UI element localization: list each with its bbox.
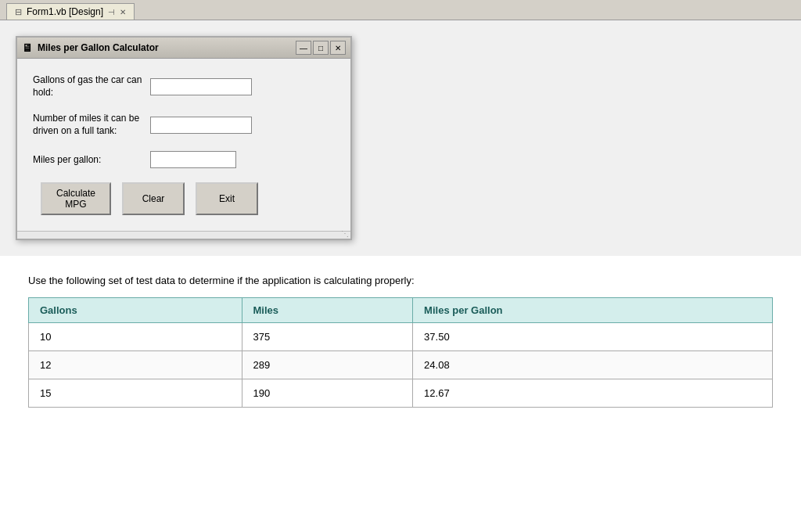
row2-mpg: 24.08 [413, 351, 773, 379]
mpg-field-row: Miles per gallon: [33, 151, 335, 168]
page-content: Use the following set of test data to de… [0, 256, 801, 426]
tab-pin-icon[interactable]: ⊣ [108, 8, 115, 16]
miles-input[interactable] [150, 117, 252, 134]
miles-field-row: Number of miles it can be driven on a fu… [33, 113, 335, 137]
clear-button[interactable]: Clear [122, 182, 185, 215]
col-miles-header: Miles [242, 298, 413, 323]
form-title-text: Miles per Gallon Calculator [38, 42, 159, 53]
form-buttons: Calculate MPG Clear Exit [33, 182, 335, 215]
miles-label: Number of miles it can be driven on a fu… [33, 113, 142, 137]
row3-gallons: 15 [29, 379, 242, 408]
gallons-field-row: Gallons of gas the car can hold: [33, 74, 335, 99]
row1-mpg: 37.50 [413, 323, 773, 351]
table-row: 15 190 12.67 [29, 379, 773, 408]
form-designer-window: 🖥 Miles per Gallon Calculator — □ ✕ Gall… [16, 36, 352, 240]
form-bottom-bar: ⋱ [17, 231, 350, 239]
form-body: Gallons of gas the car can hold: Number … [17, 59, 350, 231]
ide-design-area: 🖥 Miles per Gallon Calculator — □ ✕ Gall… [0, 20, 801, 256]
calculate-mpg-button[interactable]: Calculate MPG [41, 182, 111, 215]
mpg-label: Miles per gallon: [33, 154, 142, 167]
ide-tab-bar: ⊟ Form1.vb [Design] ⊣ ✕ [0, 0, 801, 20]
gallons-input[interactable] [150, 78, 252, 95]
table-row: 12 289 24.08 [29, 351, 773, 379]
description-text: Use the following set of test data to de… [28, 275, 773, 286]
table-body: 10 375 37.50 12 289 24.08 15 190 12.67 [29, 323, 773, 408]
tab-file-icon: ⊟ [15, 7, 22, 17]
row1-miles: 375 [242, 323, 413, 351]
tab-label: Form1.vb [Design] [27, 6, 103, 17]
form-title-controls: — □ ✕ [296, 41, 346, 55]
test-data-table: Gallons Miles Miles per Gallon 10 375 37… [28, 297, 773, 408]
col-mpg-header: Miles per Gallon [413, 298, 773, 323]
tab-close-icon[interactable]: ✕ [120, 8, 126, 16]
form-title-left: 🖥 Miles per Gallon Calculator [22, 41, 159, 54]
exit-button[interactable]: Exit [196, 182, 258, 215]
table-header-row: Gallons Miles Miles per Gallon [29, 298, 773, 323]
row3-mpg: 12.67 [413, 379, 773, 408]
form-restore-button[interactable]: □ [313, 41, 329, 55]
table-header: Gallons Miles Miles per Gallon [29, 298, 773, 323]
resize-handle-icon[interactable]: ⋱ [341, 230, 349, 238]
table-row: 10 375 37.50 [29, 323, 773, 351]
gallons-label: Gallons of gas the car can hold: [33, 74, 142, 99]
form-title-bar: 🖥 Miles per Gallon Calculator — □ ✕ [17, 38, 350, 59]
form-close-button[interactable]: ✕ [330, 41, 346, 55]
ide-tab[interactable]: ⊟ Form1.vb [Design] ⊣ ✕ [6, 3, 135, 20]
row3-miles: 190 [242, 379, 413, 408]
mpg-input[interactable] [150, 151, 236, 168]
form-app-icon: 🖥 [22, 41, 33, 54]
row1-gallons: 10 [29, 323, 242, 351]
col-gallons-header: Gallons [29, 298, 242, 323]
row2-gallons: 12 [29, 351, 242, 379]
form-minimize-button[interactable]: — [296, 41, 311, 55]
row2-miles: 289 [242, 351, 413, 379]
